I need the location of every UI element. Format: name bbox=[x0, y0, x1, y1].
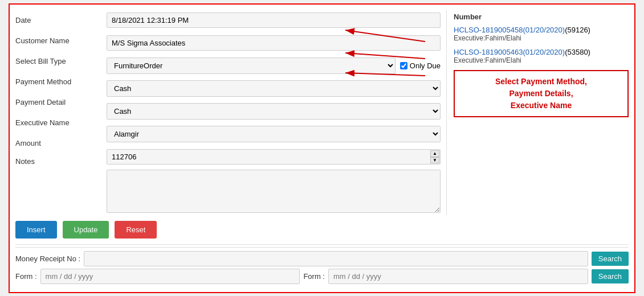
money-receipt-search-button[interactable]: Search bbox=[592, 252, 629, 266]
notes-field-row bbox=[107, 170, 441, 215]
only-due-checkbox-label[interactable]: Only Due bbox=[400, 61, 441, 70]
form-label-1: Form : bbox=[15, 272, 37, 281]
bill-sub-1: Executive:Fahim/Elahi bbox=[454, 34, 629, 42]
bill-link-2[interactable]: HCLSO-1819005463(01/20/2020) bbox=[454, 48, 565, 56]
date-search-row: Form : Form : Search bbox=[15, 269, 629, 284]
payment-detail-select[interactable]: Cash Cheque Online bbox=[107, 103, 441, 120]
bill-suffix-2: (53580) bbox=[565, 48, 590, 56]
bill-type-select[interactable]: FurnitureOrder Other bbox=[107, 57, 396, 74]
payment-method-select[interactable]: Cash Cheque Online bbox=[107, 80, 441, 97]
money-receipt-row: Money Receipt No : Search bbox=[15, 251, 629, 266]
amount-input[interactable] bbox=[107, 149, 441, 165]
customer-name-input[interactable] bbox=[107, 35, 441, 51]
money-receipt-label: Money Receipt No : bbox=[15, 254, 80, 263]
notes-label: Notes bbox=[15, 154, 107, 199]
only-due-text: Only Due bbox=[410, 61, 441, 70]
amount-label: Amount bbox=[15, 133, 107, 154]
money-receipt-input[interactable] bbox=[84, 251, 588, 266]
customer-name-label: Customer Name bbox=[15, 31, 107, 51]
bill-entry-1: HCLSO-1819005458(01/20/2020)(59126) Exec… bbox=[454, 26, 629, 42]
executive-name-field-row: Alamgir Fahim Elahi bbox=[107, 124, 441, 145]
payment-detail-field-row: Cash Cheque Online bbox=[107, 101, 441, 122]
select-bill-type-label: Select Bill Type bbox=[15, 51, 107, 72]
executive-name-label: Executive Name bbox=[15, 113, 107, 133]
insert-button[interactable]: Insert bbox=[15, 221, 57, 239]
date-search-button[interactable]: Search bbox=[592, 269, 629, 283]
from-date-input-1[interactable] bbox=[40, 269, 300, 284]
payment-method-label: Payment Method bbox=[15, 72, 107, 92]
update-button[interactable]: Update bbox=[63, 221, 109, 239]
amount-field-row: ▲ ▼ bbox=[107, 147, 441, 167]
notes-textarea[interactable] bbox=[107, 170, 441, 213]
bill-link-1[interactable]: HCLSO-1819005458(01/20/2020) bbox=[454, 26, 565, 34]
amount-decrement[interactable]: ▼ bbox=[430, 157, 439, 164]
executive-name-select[interactable]: Alamgir Fahim Elahi bbox=[107, 126, 441, 142]
customer-name-field-row bbox=[107, 33, 441, 54]
right-panel: Number HCLSO-1819005458(01/20/2020)(5912… bbox=[446, 10, 629, 215]
bill-entry-2: HCLSO-1819005463(01/20/2020)(53580) Exec… bbox=[454, 48, 629, 64]
form-label-2: Form : bbox=[303, 272, 325, 281]
payment-detail-label: Payment Detail bbox=[15, 92, 107, 113]
bill-type-field-row: FurnitureOrder Other Only Due bbox=[107, 56, 441, 76]
date-field-row bbox=[107, 10, 441, 31]
annotation-text: Select Payment Method, Payment Details, … bbox=[462, 76, 621, 112]
annotation-box: Select Payment Method, Payment Details, … bbox=[454, 70, 629, 117]
number-heading: Number bbox=[454, 13, 629, 21]
bill-sub-2: Executive:Fahim/Elahi bbox=[454, 56, 629, 64]
bill-suffix-1: (59126) bbox=[565, 26, 590, 34]
bottom-search-area: Money Receipt No : Search Form : Form : … bbox=[15, 247, 629, 284]
bottom-buttons: Insert Update Reset bbox=[15, 215, 629, 242]
amount-increment[interactable]: ▲ bbox=[430, 150, 439, 157]
from-date-input-2[interactable] bbox=[328, 269, 588, 284]
date-label: Date bbox=[15, 10, 107, 31]
date-input[interactable] bbox=[107, 13, 441, 28]
only-due-checkbox[interactable] bbox=[400, 62, 407, 69]
payment-method-field-row: Cash Cheque Online bbox=[107, 79, 441, 99]
reset-button[interactable]: Reset bbox=[115, 221, 157, 239]
